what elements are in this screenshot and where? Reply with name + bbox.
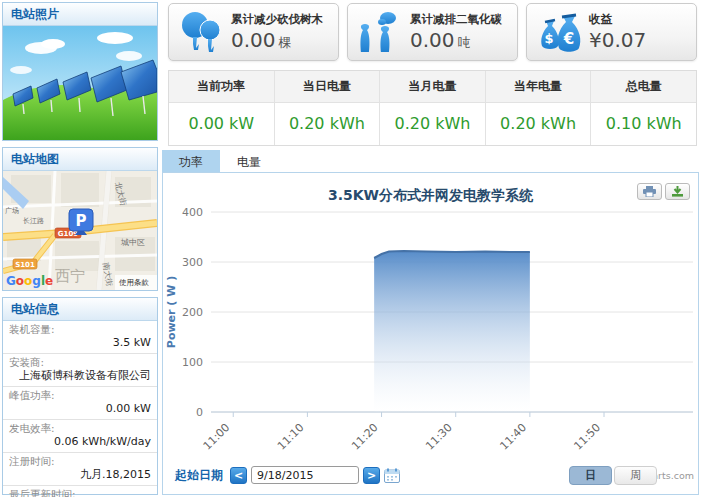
date-controls: 起始日期 < > [175, 464, 400, 486]
range-day-button[interactable]: 日 [569, 466, 612, 485]
svg-text:€: € [563, 30, 574, 48]
card-unit: 棵 [279, 35, 292, 50]
card-value: 0.00 [231, 28, 276, 52]
svg-text:11:00: 11:00 [201, 421, 233, 453]
map-label-city: 西宁 [55, 267, 85, 285]
stats-header-monthly-energy: 当月电量 [380, 71, 486, 103]
svg-text:11:50: 11:50 [572, 421, 604, 453]
chart-panel: 功率 电量 3.5KW分布式并网发电教学系统 [162, 150, 699, 495]
stats-value-current-power: 0.00 kW [169, 103, 275, 145]
power-area-chart[interactable]: 010020030040011:0011:1011:2011:3011:4011… [163, 207, 698, 459]
map-terms-link[interactable]: 使用条款 [115, 275, 157, 290]
map-label-square: 广场 [5, 207, 19, 215]
next-day-button[interactable]: > [363, 467, 380, 484]
chart-export-buttons [637, 183, 690, 200]
svg-text:11:10: 11:10 [275, 421, 307, 453]
print-button[interactable] [637, 183, 662, 200]
start-date-input[interactable] [251, 466, 359, 484]
info-row-peak-power: 峰值功率: 0.00 kW [3, 387, 157, 420]
card-co2-reduced: 累计减排二氧化碳 0.00吨 [347, 3, 518, 61]
info-label: 峰值功率: [9, 389, 151, 402]
station-map[interactable]: G109 S101 城中区 北大街 南大街 长江路 广场 西宁 P Google [3, 171, 157, 290]
stats-value-row: 0.00 kW 0.20 kWh 0.20 kWh 0.20 kWh 0.10 … [169, 103, 696, 145]
calendar-icon[interactable] [384, 468, 400, 483]
card-unit: 吨 [458, 35, 471, 50]
energy-stats-table: 当前功率 当日电量 当月电量 当年电量 总电量 0.00 kW 0.20 kWh… [168, 70, 697, 146]
info-value: 九月.18,2015 [9, 468, 151, 482]
stats-value-daily-energy: 0.20 kWh [275, 103, 381, 145]
info-value: 3.5 kW [9, 336, 151, 350]
info-label: 装机容量: [9, 323, 151, 336]
stats-header-current-power: 当前功率 [169, 71, 275, 103]
card-label: 累计减排二氧化碳 [410, 12, 511, 27]
info-value: 0.00 kW [9, 402, 151, 416]
cooling-towers-icon [354, 9, 406, 55]
info-label: 最后更新时间: [9, 488, 151, 497]
start-date-label: 起始日期 [175, 467, 223, 484]
station-photo-panel: 电站照片 [2, 2, 158, 141]
svg-text:300: 300 [182, 256, 203, 269]
summary-cards: 累计减少砍伐树木 0.00棵 累计减排二氧化碳 0.00吨 [168, 3, 697, 61]
stats-header-yearly-energy: 当年电量 [486, 71, 592, 103]
info-value: 上海硕博科教设备有限公司 [9, 369, 151, 383]
chart-content: 3.5KW分布式并网发电教学系统 010020030040011: [162, 172, 699, 495]
info-label: 发电效率: [9, 422, 151, 435]
card-trees-saved: 累计减少砍伐树木 0.00棵 [168, 3, 339, 61]
prev-day-button[interactable]: < [230, 467, 247, 484]
info-row-registered: 注册时间: 九月.18,2015 [3, 453, 157, 486]
print-icon [643, 186, 656, 197]
range-week-button[interactable]: 周 [614, 466, 657, 485]
solar-dashboard: 电站照片 [0, 0, 707, 497]
info-row-installer: 安装商: 上海硕博科教设备有限公司 [3, 354, 157, 387]
stats-header-total-energy: 总电量 [591, 71, 696, 103]
svg-text:100: 100 [182, 356, 203, 369]
station-photo-image [3, 26, 157, 140]
range-toggle: 日 周 [569, 466, 657, 485]
station-info-title: 电站信息 [3, 298, 157, 321]
info-label: 注册时间: [9, 455, 151, 468]
svg-text:11:40: 11:40 [497, 421, 529, 453]
card-revenue: $ € 收益 ¥0.07 [526, 3, 697, 61]
info-row-efficiency: 发电效率: 0.06 kWh/kW/day [3, 420, 157, 453]
chart-tabs: 功率 电量 [162, 150, 699, 172]
google-logo[interactable]: Google [6, 274, 53, 288]
trees-icon [175, 9, 227, 55]
map-label-district: 城中区 [120, 238, 145, 247]
stats-header-daily-energy: 当日电量 [275, 71, 381, 103]
station-photo-title: 电站照片 [3, 3, 157, 26]
svg-text:Power ( W ): Power ( W ) [165, 276, 178, 348]
road-label-s101: S101 [15, 261, 35, 269]
station-map-panel: 电站地图 G109 [2, 147, 158, 291]
card-label: 累计减少砍伐树木 [231, 12, 332, 27]
chart-title: 3.5KW分布式并网发电教学系统 [163, 187, 698, 205]
station-info-panel: 电站信息 装机容量: 3.5 kW 安装商: 上海硕博科教设备有限公司 峰值功率… [2, 297, 158, 495]
card-value: ¥0.07 [589, 28, 646, 52]
stats-value-monthly-energy: 0.20 kWh [380, 103, 486, 145]
svg-text:400: 400 [182, 207, 203, 219]
svg-text:11:20: 11:20 [349, 421, 381, 453]
card-label: 收益 [589, 12, 690, 27]
map-terms-label: 使用条款 [119, 278, 150, 287]
download-button[interactable] [665, 183, 690, 200]
money-bags-icon: $ € [533, 9, 585, 55]
info-label: 安装商: [9, 356, 151, 369]
svg-text:11:30: 11:30 [423, 421, 455, 453]
map-marker[interactable]: P [69, 209, 93, 235]
info-value: 0.06 kWh/kW/day [9, 435, 151, 449]
stats-value-yearly-energy: 0.20 kWh [486, 103, 592, 145]
svg-text:0: 0 [196, 406, 203, 419]
svg-text:$: $ [544, 31, 553, 46]
svg-text:200: 200 [182, 306, 203, 319]
stats-value-total-energy: 0.10 kWh [591, 103, 696, 145]
map-marker-letter: P [76, 212, 87, 230]
stats-header-row: 当前功率 当日电量 当月电量 当年电量 总电量 [169, 71, 696, 103]
tab-power[interactable]: 功率 [162, 150, 220, 172]
station-map-title: 电站地图 [3, 148, 157, 171]
info-row-capacity: 装机容量: 3.5 kW [3, 321, 157, 354]
road-badge-s101: S101 [13, 259, 37, 269]
info-row-last-update: 最后更新时间: 九月.18 11:27,GMT +8,2015 [3, 486, 157, 497]
card-value: 0.00 [410, 28, 455, 52]
map-label-cj-road: 长江路 [23, 217, 44, 225]
download-icon [672, 186, 683, 197]
tab-energy[interactable]: 电量 [220, 150, 278, 172]
